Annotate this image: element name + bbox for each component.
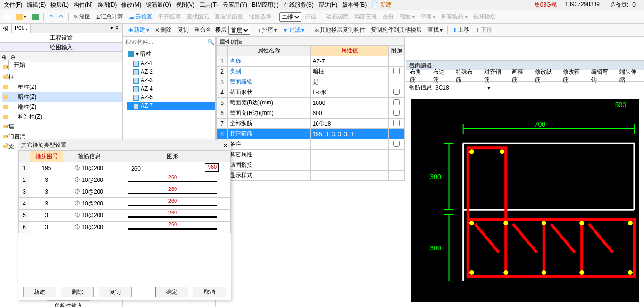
single-component-tab[interactable]: 单构件输入 bbox=[47, 300, 90, 307]
start-button[interactable]: 开始 bbox=[8, 60, 30, 70]
component-az4[interactable]: AZ-4 bbox=[127, 85, 215, 93]
sort-button[interactable]: ↕ 排序 ▾ bbox=[256, 25, 279, 35]
menu-component[interactable]: 构件(N) bbox=[72, 0, 95, 10]
tab-end-extend[interactable]: 端头伸缩 bbox=[616, 66, 644, 86]
undo-button[interactable]: ↶ bbox=[47, 13, 55, 21]
zoom-button[interactable]: 缩放 ▾ bbox=[398, 12, 417, 22]
tree-hidden-column[interactable]: 暗柱(Z) bbox=[2, 92, 122, 102]
align-top-button[interactable]: 平齐板顶 bbox=[156, 12, 183, 22]
prop-row[interactable]: 7全部纵筋16⏀18 bbox=[217, 119, 405, 129]
menu-floor[interactable]: 楼层(L) bbox=[49, 0, 71, 10]
extra-checkbox[interactable] bbox=[393, 99, 400, 105]
stirrup-row[interactable]: 33⏀ 10@200260 bbox=[19, 186, 231, 198]
stirrup-row[interactable]: 53⏀ 10@200260 bbox=[19, 210, 231, 222]
batch-select-button[interactable]: 批量选择 bbox=[247, 12, 273, 22]
tab-point[interactable]: Poi... bbox=[12, 24, 31, 33]
menu-cloud[interactable]: 云应用(Y) bbox=[221, 0, 249, 10]
pan-button[interactable]: 平移 ▾ bbox=[418, 12, 437, 22]
tab-corner-bar[interactable]: 布角筋 bbox=[406, 66, 429, 86]
extra-checkbox[interactable] bbox=[393, 141, 400, 147]
fullscreen-button[interactable]: 全屏 bbox=[381, 12, 396, 22]
component-az5[interactable]: AZ-5 bbox=[127, 93, 215, 102]
dlg-cancel-button[interactable]: 取消 bbox=[193, 287, 226, 297]
extra-checkbox[interactable] bbox=[393, 68, 400, 74]
tree-frame-column[interactable]: 框柱(Z) bbox=[2, 82, 122, 92]
tab-draw-stirrup[interactable]: 画箍筋 bbox=[508, 66, 531, 86]
project-settings-header[interactable]: 工程设置 bbox=[0, 33, 122, 43]
redo-button[interactable]: ↷ bbox=[57, 13, 66, 21]
select-floor-button[interactable]: 选择楼层 bbox=[471, 12, 498, 22]
find-element-button[interactable]: 查找图元 bbox=[184, 12, 211, 22]
local-3d-button[interactable]: 局部三维 bbox=[352, 12, 379, 22]
prop-row[interactable]: 6截面高(H边)(mm)600 bbox=[217, 108, 405, 119]
stirrup-row[interactable]: 43⏀ 10@200260 bbox=[19, 198, 231, 210]
menu-file[interactable]: 文件(F) bbox=[2, 0, 24, 10]
dlg-delete-button[interactable]: 删除 bbox=[61, 287, 94, 297]
find-button[interactable]: 查找 ▾ bbox=[426, 25, 444, 35]
tab-special-bar[interactable]: 特殊布筋 bbox=[452, 66, 480, 86]
view-rebar-button[interactable]: 查看钢筋量 bbox=[213, 12, 245, 22]
prop-row[interactable]: 9备注 bbox=[217, 139, 405, 150]
stirrup-row[interactable]: 1195⏀ 10@200260960 bbox=[19, 162, 231, 174]
delete-button[interactable]: ✕ 删除 bbox=[153, 25, 174, 35]
tab-edit-stirrup[interactable]: 修改箍筋 bbox=[559, 66, 587, 86]
copy-from-floor-button[interactable]: 从其他楼层复制构件 bbox=[312, 25, 367, 35]
stirrup-row[interactable]: 63⏀ 10@200260 bbox=[19, 222, 231, 233]
sum-button[interactable]: Σ 汇总计算 bbox=[94, 12, 125, 22]
tree-column[interactable]: ˅柱 bbox=[2, 72, 122, 82]
open-file-button[interactable]: ▾ bbox=[14, 13, 28, 21]
dlg-ok-button[interactable]: 确定 bbox=[155, 287, 188, 297]
section-canvas[interactable]: 500 700 300 300 bbox=[411, 99, 639, 302]
search-icon[interactable]: 🔍 bbox=[206, 39, 215, 45]
move-down-button[interactable]: ⬇ 下移 bbox=[473, 25, 494, 35]
menu-modify[interactable]: 修改(M) bbox=[119, 0, 143, 10]
menu-version[interactable]: 版本号(B) bbox=[340, 0, 368, 10]
menu-new-project[interactable]: 📄新建 bbox=[369, 0, 395, 10]
search-input[interactable] bbox=[124, 38, 206, 46]
tab-edit-hook[interactable]: 编辑弯钩 bbox=[587, 66, 616, 86]
tab-edge-bar[interactable]: 布边筋 bbox=[429, 66, 452, 86]
expand-icon[interactable]: ⊕ bbox=[2, 54, 7, 60]
copy-button[interactable]: 复制 bbox=[176, 25, 191, 35]
draw-input-header[interactable]: 绘图输入 bbox=[0, 43, 122, 52]
tree-end-column[interactable]: 端柱(Z) bbox=[2, 102, 122, 112]
top-view-button[interactable]: 俯视 bbox=[303, 12, 318, 22]
extra-checkbox[interactable] bbox=[393, 89, 400, 95]
dynamic-view-button[interactable]: 动态观察 bbox=[324, 12, 351, 22]
menu-tools[interactable]: 工具(T) bbox=[198, 0, 220, 10]
menu-help[interactable]: 帮助(H) bbox=[317, 0, 340, 10]
menu-bim[interactable]: BIM应用(I) bbox=[250, 0, 281, 10]
new-component-button[interactable]: ✚ 新建 ▾ bbox=[126, 25, 151, 35]
menu-view[interactable]: 视图(V) bbox=[174, 0, 197, 10]
close-icon[interactable]: ✕ bbox=[223, 142, 228, 149]
draw-button[interactable]: ✎ 绘图 bbox=[72, 12, 92, 22]
menu-draw[interactable]: 绘图(D) bbox=[96, 0, 119, 10]
stirrup-row[interactable]: 23⏀ 10@200260 bbox=[19, 174, 231, 186]
cloud-check-button[interactable]: ☁ 云检查 bbox=[127, 12, 154, 22]
dlg-copy-button[interactable]: 复制 bbox=[99, 287, 132, 297]
component-az7[interactable]: AZ-7 bbox=[127, 102, 215, 110]
tab-align-bar[interactable]: 对齐钢筋 bbox=[480, 66, 509, 86]
filter-button[interactable]: ▼ 过滤 ▾ bbox=[281, 25, 306, 35]
copy-to-floor-button[interactable]: 复制构件到其他楼层 bbox=[369, 25, 424, 35]
component-az1[interactable]: AZ-1 bbox=[127, 59, 215, 68]
tree-struct-column[interactable]: 构造柱(Z) bbox=[2, 112, 122, 122]
prop-row[interactable]: 4截面形状L-b形 bbox=[217, 87, 405, 98]
prop-row[interactable]: 5截面宽(B边)(mm)1000 bbox=[217, 98, 405, 108]
prop-row[interactable]: 2类别暗柱 bbox=[217, 67, 405, 77]
extra-checkbox[interactable] bbox=[393, 110, 400, 116]
save-button[interactable] bbox=[30, 13, 41, 21]
panel-dropdown-icon[interactable]: ▾ ✕ bbox=[108, 24, 122, 33]
menu-rebar[interactable]: 钢筋量(Q) bbox=[144, 0, 173, 10]
extra-checkbox[interactable] bbox=[393, 120, 400, 126]
menu-edit[interactable]: 编辑(E) bbox=[25, 0, 48, 10]
prop-row[interactable]: 11锚固搭接 bbox=[217, 160, 405, 171]
dropdown-icon[interactable]: ▾ bbox=[487, 85, 490, 91]
component-az3[interactable]: AZ-3 bbox=[127, 76, 215, 85]
floor-select[interactable]: 首层 bbox=[228, 26, 250, 35]
rebar-info-input[interactable] bbox=[434, 84, 485, 92]
component-az2[interactable]: AZ-2 bbox=[127, 68, 215, 76]
tree-root-hidden-column[interactable]: ▾ 暗柱 bbox=[127, 49, 215, 59]
tree-wall[interactable]: ›墙 bbox=[2, 122, 122, 132]
prop-row[interactable]: 1名称AZ-7 bbox=[217, 56, 405, 67]
